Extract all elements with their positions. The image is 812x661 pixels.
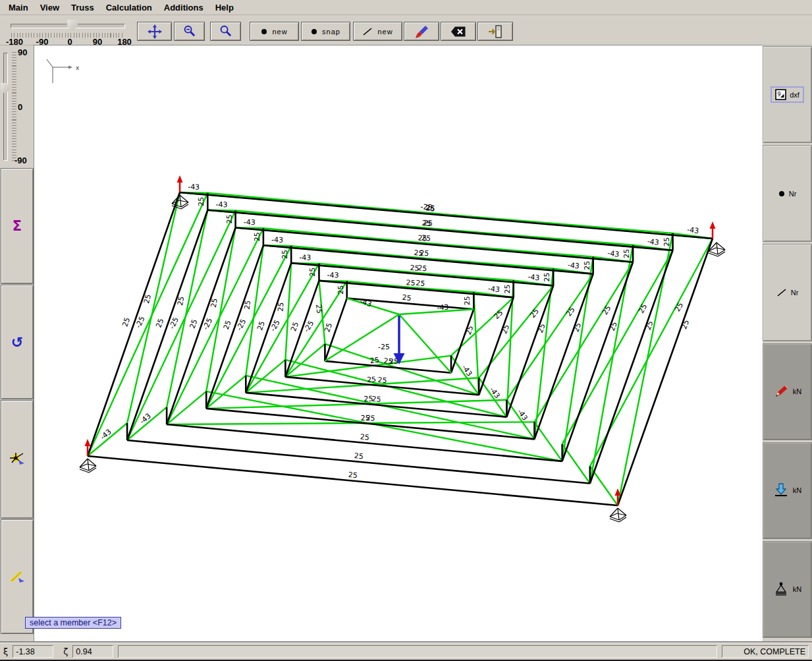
select-node-button[interactable] (1, 400, 34, 519)
chord-member[interactable] (506, 286, 553, 417)
menu-truss[interactable]: Truss (65, 1, 100, 14)
support-symbol[interactable] (610, 508, 618, 517)
rotate-view-button[interactable]: ↺ (1, 285, 34, 399)
delete-icon (450, 26, 466, 38)
member-force-label: -43 (460, 363, 474, 378)
support-icon (773, 581, 789, 597)
tick-label: 90 (18, 47, 27, 57)
chord-member[interactable] (618, 239, 713, 505)
member-force-label: 25 (121, 316, 132, 328)
axis-indicator[interactable] (47, 59, 53, 67)
select-node-icon (9, 451, 26, 468)
axis-x-label: x (76, 65, 80, 71)
member-force-label: 25 (360, 432, 369, 442)
apex-diagonal-member[interactable] (325, 314, 399, 361)
node-loads-button[interactable]: kN (763, 442, 812, 539)
elevation-slider-groove[interactable] (3, 53, 8, 161)
elevation-slider-thumb[interactable] (1, 83, 11, 93)
pen-icon (414, 24, 429, 39)
member-force-label: 25 (503, 284, 512, 293)
status-hint: select a member <F12> (25, 617, 121, 629)
chord-member[interactable] (590, 250, 673, 484)
exit-button[interactable] (477, 22, 513, 41)
zoom-in-button[interactable] (210, 22, 241, 41)
member-force-label: 25 (402, 293, 412, 302)
chord-member[interactable] (180, 192, 713, 239)
member-force-label: 25 (197, 197, 205, 206)
member-force-label: 25 (421, 219, 431, 228)
diagonal-member[interactable] (127, 192, 180, 423)
new-member-button[interactable]: new (353, 22, 402, 41)
apex-diagonal-member[interactable] (399, 314, 451, 373)
button-label: new (272, 28, 287, 36)
support-symbol[interactable] (80, 459, 88, 467)
toolbar: -180 -90 0 90 180 new (0, 15, 812, 45)
apex-diagonal-member[interactable] (399, 309, 474, 314)
member-force-label: 25 (289, 321, 300, 333)
zoom-out-button[interactable] (174, 22, 205, 41)
menu-help[interactable]: Help (209, 1, 240, 14)
reaction-arrow-head[interactable] (710, 221, 716, 229)
node-numbers-button[interactable]: Nr (763, 145, 812, 242)
member-force-label: 25 (637, 302, 649, 315)
diagonal-member[interactable] (206, 400, 506, 409)
member-forces-button[interactable]: kN (763, 343, 812, 440)
xi-coordinate-field[interactable]: -1.38 (13, 645, 53, 658)
support-reactions-button[interactable]: kN (763, 541, 812, 638)
member-force-label: -43 (359, 297, 373, 309)
drawing-canvas[interactable]: x25-2525-25252525-2525252525-2525252525-… (34, 45, 763, 643)
member-force-label: 25 (367, 375, 377, 384)
button-label: kN (793, 388, 801, 395)
member-force-label: 25 (348, 471, 358, 480)
zeta-coordinate-field[interactable]: 0.94 (72, 645, 113, 658)
member-force-label: -43 (299, 253, 311, 262)
button-label: Nr (789, 190, 797, 198)
application-window: { "menu": { "items": [ {"label": "Main"}… (0, 0, 812, 661)
chord-member[interactable] (236, 228, 634, 262)
edit-pen-button[interactable] (404, 22, 439, 41)
member-force-label: -43 (437, 303, 449, 312)
menu-view[interactable]: View (34, 1, 65, 14)
member-force-label: 25 (463, 296, 472, 305)
chord-member[interactable] (451, 309, 474, 372)
delete-button[interactable] (441, 22, 476, 41)
exit-icon (487, 24, 503, 39)
truss-drawing[interactable]: x25-2525-25252525-2525252525-2525252525-… (34, 45, 763, 643)
chord-member[interactable] (167, 424, 562, 461)
pan-button[interactable] (137, 22, 172, 41)
axis-arrow-icon (68, 66, 72, 69)
elevation-slider[interactable]: 90 0 -90 (0, 45, 34, 167)
member-force-label: 25 (673, 301, 685, 313)
new-node-button[interactable]: new (250, 22, 299, 41)
member-force-label: 25 (314, 304, 323, 314)
button-label: kN (793, 486, 801, 494)
rotation-slider[interactable]: -180 -90 0 90 180 (9, 18, 128, 44)
diagonal-member[interactable] (246, 245, 263, 376)
reaction-arrow-head[interactable] (177, 175, 183, 183)
member-force-label: 25 (354, 451, 364, 461)
svg-text:9: 9 (778, 92, 781, 98)
member-force-label: 25 (308, 268, 317, 277)
button-label: new (377, 28, 392, 36)
dxf-export-button[interactable]: 9 dxf (763, 46, 812, 143)
chord-member[interactable] (88, 456, 618, 505)
menu-calculation[interactable]: Calculation (100, 1, 158, 14)
member-force-label: -43 (516, 407, 529, 422)
reaction-arrow-head[interactable] (85, 439, 91, 446)
zoom-out-icon (182, 24, 196, 38)
member-force-label: 25 (281, 250, 289, 259)
left-panel: 90 0 -90 Σ ↺ (0, 45, 34, 643)
member-force-label: 25 (154, 317, 165, 329)
rotation-slider-thumb[interactable] (67, 20, 78, 31)
member-force-label: 25 (416, 279, 425, 288)
menu-additions[interactable]: Additions (158, 1, 209, 14)
member-force-label: 25 (492, 308, 504, 321)
snap-node-button[interactable]: snap (301, 22, 350, 41)
member-numbers-button[interactable]: Nr (763, 244, 812, 341)
menu-main[interactable]: Main (3, 1, 34, 14)
pan-icon (148, 24, 162, 39)
chord-member[interactable] (127, 440, 590, 483)
sum-reactions-button[interactable]: Σ (1, 168, 34, 284)
member-force-label: 25 (418, 234, 427, 243)
chord-member[interactable] (562, 262, 633, 461)
